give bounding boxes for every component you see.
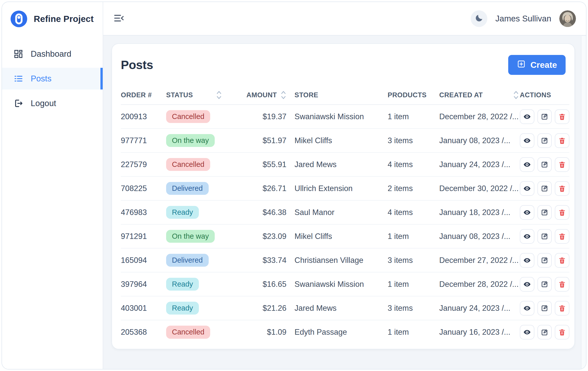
column-actions: ACTIONS [520, 86, 569, 105]
status-badge: Ready [166, 302, 199, 315]
actions-cell [520, 152, 569, 176]
eye-icon [523, 137, 531, 145]
show-button[interactable] [520, 277, 534, 292]
store-cell: Mikel Cliffs [295, 129, 388, 152]
column-status[interactable]: STATUS [166, 86, 249, 105]
column-products: PRODUCTS [388, 86, 439, 105]
created-at-cell: January 24, 2023 /... [439, 152, 520, 176]
column-amount[interactable]: AMOUNT [249, 86, 295, 105]
amount-cell: $26.71 [249, 176, 295, 200]
delete-button[interactable] [555, 229, 569, 244]
delete-button[interactable] [555, 109, 569, 124]
table-row: 476983 Ready $46.38 Saul Manor 4 items J… [121, 200, 569, 224]
delete-button[interactable] [555, 301, 569, 316]
edit-button[interactable] [537, 181, 552, 196]
column-created-at[interactable]: CREATED AT [439, 86, 520, 105]
delete-button[interactable] [555, 277, 569, 292]
edit-button[interactable] [537, 157, 552, 172]
products-cell: 3 items [388, 129, 439, 152]
store-cell: Mikel Cliffs [295, 224, 388, 248]
edit-button[interactable] [537, 253, 552, 268]
products-cell: 2 items [388, 176, 439, 200]
sidebar-item-logout[interactable]: Logout [2, 92, 103, 114]
actions-cell [520, 296, 569, 320]
store-cell: Swaniawski Mission [295, 272, 388, 296]
eye-icon [523, 232, 531, 240]
sidebar-item-dashboard[interactable]: Dashboard [2, 43, 103, 65]
edit-button[interactable] [537, 277, 552, 292]
show-button[interactable] [520, 301, 534, 316]
collapse-sidebar-icon [113, 12, 125, 25]
column-store: STORE [295, 86, 388, 105]
order-cell: 205368 [121, 320, 166, 344]
delete-button[interactable] [555, 325, 569, 339]
created-at-cell: January 08, 2023 /... [439, 224, 520, 248]
trash-icon [558, 281, 566, 288]
edit-button[interactable] [537, 205, 552, 220]
sidebar-nav: Dashboard Posts Logout [2, 36, 103, 114]
status-cell: Ready [166, 200, 249, 224]
actions-cell [520, 105, 569, 129]
status-badge: Delivered [166, 254, 209, 267]
edit-button[interactable] [537, 301, 552, 316]
order-cell: 397964 [121, 272, 166, 296]
status-cell: Cancelled [166, 152, 249, 176]
collapse-sidebar-button[interactable] [112, 12, 125, 25]
show-button[interactable] [520, 325, 534, 339]
created-at-cell: January 24, 2023 /... [439, 296, 520, 320]
user-name: James Sullivan [495, 14, 551, 23]
actions-cell [520, 200, 569, 224]
edit-button[interactable] [537, 133, 552, 148]
status-cell: Delivered [166, 176, 249, 200]
store-cell: Jared Mews [295, 296, 388, 320]
show-button[interactable] [520, 133, 534, 148]
trash-icon [558, 161, 566, 168]
scrollbar[interactable] [581, 36, 586, 369]
create-button[interactable]: Create [508, 55, 566, 75]
delete-button[interactable] [555, 253, 569, 268]
trash-icon [558, 304, 566, 312]
amount-cell: $16.65 [249, 272, 295, 296]
show-button[interactable] [520, 205, 534, 220]
edit-button[interactable] [537, 325, 552, 339]
sidebar-item-posts[interactable]: Posts [2, 68, 103, 89]
show-button[interactable] [520, 229, 534, 244]
delete-button[interactable] [555, 157, 569, 172]
edit-button[interactable] [537, 229, 552, 244]
edit-button[interactable] [537, 109, 552, 124]
plus-square-icon [517, 59, 526, 71]
edit-icon [541, 280, 548, 288]
moon-icon [475, 14, 483, 23]
status-badge: Ready [166, 278, 199, 291]
show-button[interactable] [520, 181, 534, 196]
order-cell: 977771 [121, 129, 166, 152]
show-button[interactable] [520, 157, 534, 172]
products-cell: 4 items [388, 200, 439, 224]
avatar[interactable] [559, 10, 576, 27]
sidebar: Refine Project Dashboard [2, 2, 103, 369]
content: Posts Create [103, 36, 586, 369]
refine-logo-icon [11, 11, 27, 27]
delete-button[interactable] [555, 205, 569, 220]
actions-cell [520, 176, 569, 200]
order-cell: 476983 [121, 200, 166, 224]
show-button[interactable] [520, 253, 534, 268]
order-cell: 200913 [121, 105, 166, 129]
status-cell: Delivered [166, 248, 249, 272]
order-cell: 403001 [121, 296, 166, 320]
card-header: Posts Create [121, 55, 569, 75]
delete-button[interactable] [555, 181, 569, 196]
show-button[interactable] [520, 109, 534, 124]
sidebar-item-label: Posts [31, 74, 52, 83]
delete-button[interactable] [555, 133, 569, 148]
theme-toggle-button[interactable] [471, 10, 487, 27]
create-button-label: Create [530, 60, 557, 70]
edit-icon [541, 328, 548, 336]
edit-icon [541, 161, 548, 168]
table-row: 165094 Delivered $33.74 Christiansen Vil… [121, 248, 569, 272]
amount-cell: $23.09 [249, 224, 295, 248]
status-cell: Cancelled [166, 320, 249, 344]
products-cell: 3 items [388, 248, 439, 272]
created-at-cell: December 28, 2022 /... [439, 272, 520, 296]
actions-cell [520, 320, 569, 344]
